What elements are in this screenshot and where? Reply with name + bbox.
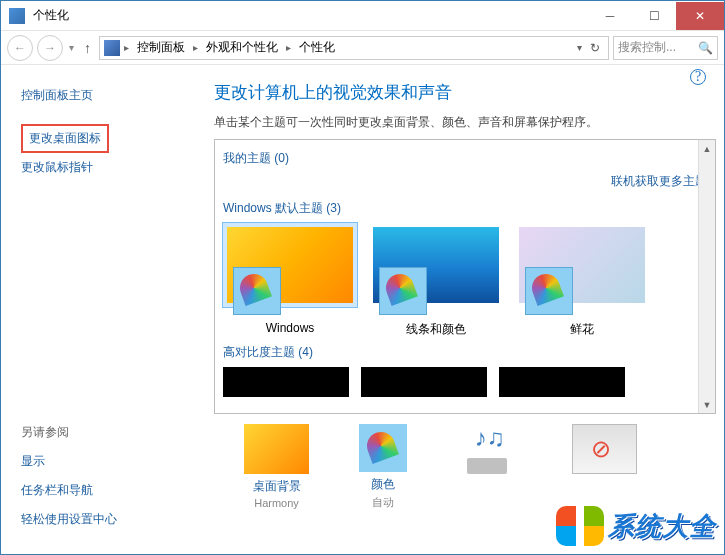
forward-button[interactable]: → [37,35,63,61]
setting-label: 颜色 [359,476,407,493]
setting-desktop-background[interactable]: 桌面背景 Harmony [244,424,309,510]
sidebar-change-desktop-icons[interactable]: 更改桌面图标 [21,124,109,153]
desktop-background-icon [244,424,309,474]
scroll-up-icon[interactable]: ▲ [699,140,715,157]
minimize-button[interactable]: ─ [588,2,632,30]
page-title: 更改计算机上的视觉效果和声音 [214,81,716,104]
sidebar: 控制面板主页 更改桌面图标 更改鼠标指针 另请参阅 显示 任务栏和导航 轻松使用… [1,65,206,554]
window-title: 个性化 [33,7,69,24]
get-more-themes-link[interactable]: 联机获取更多主题 [611,173,707,190]
my-themes-label: 我的主题 (0) [223,150,289,167]
watermark: 系统大全 [556,506,716,546]
location-icon [104,40,120,56]
address-dropdown-icon[interactable]: ▾ [577,42,582,53]
sidebar-change-mouse-pointer[interactable]: 更改鼠标指针 [21,153,186,182]
maximize-button[interactable]: ☐ [632,2,676,30]
chevron-right-icon: ▸ [191,42,200,53]
setting-screensaver[interactable] [572,424,637,510]
see-also-heading: 另请参阅 [21,418,117,447]
navbar: ← → ▾ ↑ ▸ 控制面板 ▸ 外观和个性化 ▸ 个性化 ▾ ↻ 搜索控制..… [1,31,724,65]
scrollbar[interactable]: ▲ ▼ [698,140,715,413]
back-button[interactable]: ← [7,35,33,61]
theme-name: 鲜花 [515,321,649,338]
refresh-icon[interactable]: ↻ [590,41,600,55]
main-panel: ? 更改计算机上的视觉效果和声音 单击某个主题可一次性同时更改桌面背景、颜色、声… [206,65,724,554]
theme-name: Windows [223,321,357,335]
sidebar-display-link[interactable]: 显示 [21,447,117,476]
setting-color[interactable]: 颜色 自动 [359,424,407,510]
theme-flowers[interactable]: 鲜花 [515,223,649,338]
sound-icon [457,424,522,474]
breadcrumb-seg-2[interactable]: 外观和个性化 [202,39,282,56]
breadcrumb-seg-3[interactable]: 个性化 [295,39,339,56]
search-input[interactable]: 搜索控制... 🔍 [613,36,718,60]
hc-theme-1[interactable] [223,367,349,397]
search-placeholder: 搜索控制... [618,39,676,56]
address-bar[interactable]: ▸ 控制面板 ▸ 外观和个性化 ▸ 个性化 ▾ ↻ [99,36,609,60]
history-dropdown-icon[interactable]: ▾ [67,42,76,53]
titlebar: 个性化 ─ ☐ ✕ [1,1,724,31]
watermark-text: 系统大全 [608,509,716,544]
chevron-right-icon: ▸ [284,42,293,53]
help-icon[interactable]: ? [690,69,706,85]
chevron-right-icon: ▸ [122,42,131,53]
close-button[interactable]: ✕ [676,2,724,30]
themes-box: 我的主题 (0) 联机获取更多主题 Windows 默认主题 (3) Windo… [214,139,716,414]
setting-label: 桌面背景 [244,478,309,495]
search-icon: 🔍 [698,41,713,55]
setting-value: Harmony [244,497,309,509]
hc-theme-3[interactable] [499,367,625,397]
high-contrast-label: 高对比度主题 (4) [223,344,313,361]
sidebar-ease-of-access-link[interactable]: 轻松使用设置中心 [21,505,117,534]
sidebar-home-link[interactable]: 控制面板主页 [21,81,186,110]
up-button[interactable]: ↑ [80,40,95,56]
hc-theme-2[interactable] [361,367,487,397]
breadcrumb-seg-1[interactable]: 控制面板 [133,39,189,56]
watermark-logo-icon [556,506,604,546]
sidebar-taskbar-link[interactable]: 任务栏和导航 [21,476,117,505]
app-icon [9,8,25,24]
scroll-down-icon[interactable]: ▼ [699,396,715,413]
theme-name: 线条和颜色 [369,321,503,338]
setting-sound[interactable] [457,424,522,510]
color-icon [359,424,407,472]
page-subtitle: 单击某个主题可一次性同时更改桌面背景、颜色、声音和屏幕保护程序。 [214,114,716,131]
screensaver-icon [572,424,637,474]
theme-lines-colors[interactable]: 线条和颜色 [369,223,503,338]
default-themes-label: Windows 默认主题 (3) [223,200,341,217]
theme-windows[interactable]: Windows [223,223,357,338]
setting-value: 自动 [359,495,407,510]
